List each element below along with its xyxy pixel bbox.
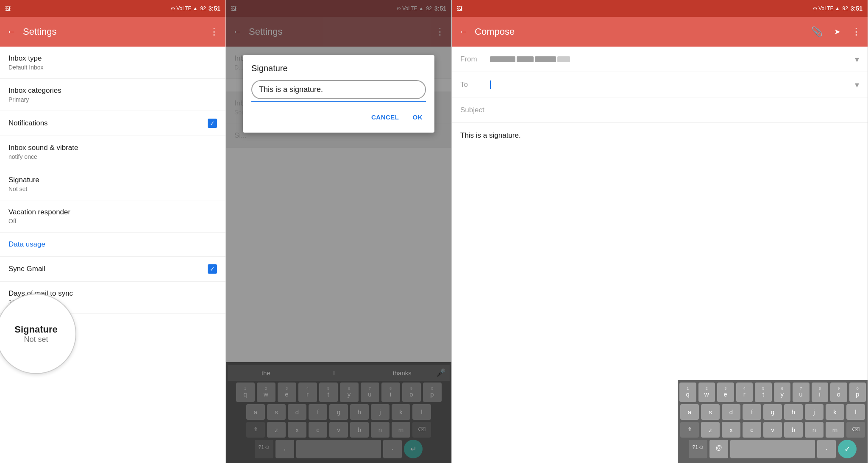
key3-9[interactable]: 9o [830,383,847,402]
compose-signature: This is a signature. [452,123,868,148]
key3-4[interactable]: 4r [736,383,753,402]
status-icons-right: ⊙ VoLTE ▲ 92 3:51 [171,5,220,12]
key3-x[interactable]: x [722,422,740,438]
settings-item-subtitle: Default Inbox [8,64,44,71]
app-title-settings: Settings [23,26,203,37]
settings-item-title: Notifications [8,119,48,128]
panel-dialog: 🖼 ⊙ VoLTE ▲ 92 3:51 ← Settings ⋮ Inbox t… [226,0,452,463]
send-button[interactable]: ➤ [829,24,845,39]
settings-item-text: Notifications [8,119,48,128]
status-time-3: 3:51 [851,5,862,12]
key3-6[interactable]: 6y [774,383,791,402]
key3-f[interactable]: f [743,404,761,420]
notifications-checkbox[interactable]: ✓ [208,119,217,128]
settings-item-sound[interactable]: Inbox sound & vibrate notify once [0,136,225,168]
dialog-ok-button[interactable]: OK [409,110,426,124]
signal-icons-3: ⊙ VoLTE ▲ [813,6,840,11]
menu-button-3[interactable]: ⋮ [851,26,861,37]
from-dropdown-icon[interactable]: ▾ [855,54,859,64]
settings-item-subtitle: Not set [8,186,39,192]
settings-item-inbox-type[interactable]: Inbox type Default Inbox [0,47,225,79]
blur-block-1 [490,56,515,62]
dialog-input-text[interactable]: This is a signature. [259,85,418,94]
key3-shift[interactable]: ⇧ [680,422,699,438]
key3-k[interactable]: k [826,404,844,420]
from-label: From [460,55,490,64]
key3-j[interactable]: j [805,404,823,420]
settings-item-vacation[interactable]: Vacation responder Off [0,200,225,233]
key3-space[interactable] [730,440,815,458]
key3-l[interactable]: l [846,404,865,420]
key3-check[interactable]: ✓ [838,440,857,458]
data-usage-link[interactable]: Data usage [8,240,45,249]
key3-8[interactable]: 8i [812,383,829,402]
dialog-cancel-button[interactable]: CANCEL [368,110,403,124]
key3-m[interactable]: m [826,422,844,438]
status-bar-1: 🖼 ⊙ VoLTE ▲ 92 3:51 [0,0,225,17]
key3-0[interactable]: 0p [849,383,866,402]
battery-icon: 92 [200,6,206,11]
panel-compose: 🖼 ⊙ VoLTE ▲ 92 3:51 ← Compose 📎 ➤ ⋮ From… [452,0,868,463]
key3-3[interactable]: 3e [717,383,734,402]
key3-2[interactable]: 2w [698,383,715,402]
to-dropdown-icon[interactable]: ▾ [855,80,859,90]
settings-item-signature[interactable]: Signature Not set [0,168,225,200]
key3-g[interactable]: g [763,404,782,420]
key3-backspace[interactable]: ⌫ [846,422,865,438]
row-asdf-3: a s d f g h j k l [679,404,866,420]
settings-item-text: Inbox categories Primary [8,86,61,103]
settings-item-notifications[interactable]: Notifications ✓ [0,111,225,136]
subject-label: Subject [460,106,490,114]
key3-c[interactable]: c [743,422,761,438]
dialog-underline [251,101,426,102]
key3-1[interactable]: 1q [679,383,696,402]
to-label: To [460,80,490,89]
key3-b[interactable]: b [784,422,803,438]
key3-s[interactable]: s [701,404,720,420]
settings-item-title: Inbox categories [8,86,61,95]
key3-a[interactable]: a [680,404,699,420]
dialog-title: Signature [251,64,426,73]
signature-circle-callout: Signature Not set [0,294,76,374]
key3-5[interactable]: 5t [755,383,772,402]
to-cursor [490,80,491,89]
back-button-3[interactable]: ← [459,26,468,37]
app-bar-settings: ← Settings ⋮ [0,17,225,47]
settings-item-inbox-categories[interactable]: Inbox categories Primary [0,79,225,111]
settings-item-sync[interactable]: Sync Gmail ✓ [0,257,225,282]
status-time-1: 3:51 [209,5,220,12]
to-value[interactable] [490,80,851,89]
status-bar-3: 🖼 ⊙ VoLTE ▲ 92 3:51 [452,0,868,17]
number-row-3: 1q 2w 3e 4r 5t 6y 7u 8i 9o 0p [679,383,866,402]
settings-item-title: Sync Gmail [8,265,45,273]
signature-dialog: Signature This is a signature. CANCEL OK [243,55,434,133]
compose-from-field: From ▾ [452,47,868,72]
settings-list: Inbox type Default Inbox Inbox categorie… [0,47,225,463]
key3-d[interactable]: d [722,404,740,420]
panel-settings: 🖼 ⊙ VoLTE ▲ 92 3:51 ← Settings ⋮ Inbox t… [0,0,226,463]
key3-period[interactable]: . [817,440,836,458]
dialog-buttons: CANCEL OK [251,110,426,124]
sync-checkbox[interactable]: ✓ [208,264,217,274]
back-button-1[interactable]: ← [7,26,16,37]
from-value-blurred [490,56,851,62]
menu-button-1[interactable]: ⋮ [209,26,219,37]
key3-at[interactable]: @ [709,440,728,458]
settings-item-data-usage[interactable]: Data usage [0,233,225,257]
key3-z[interactable]: z [701,422,720,438]
key3-v[interactable]: v [763,422,782,438]
settings-item-title: Inbox sound & vibrate [8,144,78,152]
compose-to-field[interactable]: To ▾ [452,72,868,97]
photo-icon: 🖼 [5,6,11,12]
dialog-input-wrapper: This is a signature. [251,80,426,99]
key3-h[interactable]: h [784,404,803,420]
key3-n[interactable]: n [805,422,823,438]
attach-icon[interactable]: 📎 [811,26,823,37]
compose-subject-field[interactable]: Subject [452,97,868,123]
app-title-compose: Compose [475,26,804,37]
settings-item-title: Inbox type [8,54,44,63]
key3-sym[interactable]: ?1☺ [689,440,707,458]
settings-item-text: Vacation responder Off [8,208,70,225]
battery-icon-3: 92 [843,6,848,11]
key3-7[interactable]: 7u [793,383,810,402]
